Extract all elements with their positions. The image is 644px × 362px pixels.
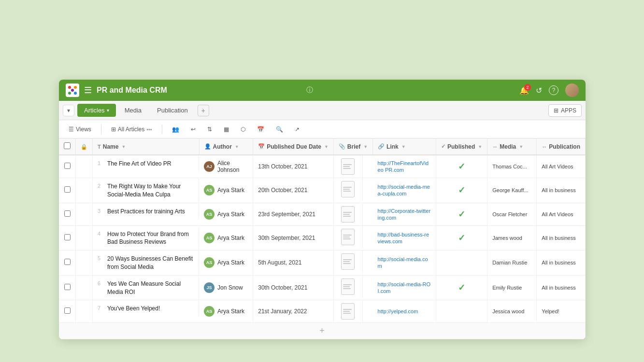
svg-point-2 <box>68 92 71 95</box>
tab-add-button[interactable]: + <box>198 105 209 116</box>
row-link-cell[interactable]: http://social-media.com <box>373 251 436 276</box>
author-name: Jon Snow <box>217 284 243 291</box>
row-checkbox-cell[interactable] <box>59 225 76 251</box>
row-link[interactable]: http://social-media-ROI.com <box>378 281 430 294</box>
row-link-cell[interactable]: http://social-media-mea-cupla.com <box>373 178 436 203</box>
row-checkbox-cell[interactable] <box>59 251 76 276</box>
row-checkbox[interactable] <box>64 307 71 314</box>
brief-line-2 <box>343 311 350 312</box>
filter-icon: ↩ <box>191 126 196 133</box>
hamburger-icon[interactable]: ☰ <box>84 85 92 96</box>
all-articles-button[interactable]: ⊞ All Articles ••• <box>107 124 156 135</box>
row-checkbox[interactable] <box>64 259 71 265</box>
row-link[interactable]: http://yelped.com <box>378 308 418 314</box>
th-published[interactable]: ✓ Published ▼ <box>436 139 487 155</box>
row-author-cell: AJ Alice Johnson <box>199 155 253 178</box>
tab-media[interactable]: Media <box>118 104 148 117</box>
row-name-cell[interactable]: 1 The Fine Art of Video PR <box>93 156 199 172</box>
row-checkbox-cell[interactable] <box>59 275 76 300</box>
collapse-button[interactable]: ▾ <box>63 105 74 116</box>
row-link-cell[interactable]: http://social-media-ROI.com <box>373 275 436 300</box>
row-checkbox-cell[interactable] <box>59 300 76 323</box>
tab-publication[interactable]: Publication <box>150 104 195 117</box>
notification-badge: 2 <box>524 84 531 91</box>
user-avatar[interactable] <box>565 84 579 97</box>
row-number: 1 <box>98 160 104 166</box>
row-name-cell[interactable]: 4 How to Protect Your Brand from Bad Bus… <box>93 226 199 251</box>
table-row[interactable]: 6 Yes We Can Measure Social Media ROI JS… <box>59 275 586 300</box>
th-author[interactable]: 👤 Author ▼ <box>199 139 253 155</box>
row-link-cell[interactable]: http://bad-business-reviews.com <box>373 225 436 251</box>
info-icon[interactable]: ⓘ <box>306 86 313 95</box>
table-row[interactable]: 3 Best Practices for training Arts AS Ar… <box>59 203 586 225</box>
search-icon: 🔍 <box>276 126 283 133</box>
row-date-cell: 23rd September, 2021 <box>253 203 334 225</box>
row-name-cell[interactable]: 6 Yes We Can Measure Social Media ROI <box>93 276 199 300</box>
row-checkbox[interactable] <box>64 163 71 169</box>
th-brief[interactable]: 📎 Brief ▼ <box>333 139 372 155</box>
row-checkbox[interactable] <box>64 284 71 290</box>
table-row[interactable]: 4 How to Protect Your Brand from Bad Bus… <box>59 225 586 251</box>
table-row[interactable]: 5 20 Ways Businesses Can Benefit from So… <box>59 251 586 276</box>
row-publication-cell: All in business <box>537 178 586 203</box>
row-brief-cell[interactable] <box>334 226 363 248</box>
row-name-cell[interactable]: 7 You've Been Yelped! <box>93 301 199 317</box>
th-media[interactable]: ↔ Media ▼ <box>487 139 537 155</box>
columns-button[interactable]: ▦ <box>220 124 233 135</box>
row-brief-cell[interactable] <box>334 276 363 298</box>
row-name-cell[interactable]: 5 20 Ways Businesses Can Benefit from So… <box>93 251 199 275</box>
row-checkbox-cell[interactable] <box>59 155 76 178</box>
table-row[interactable]: 2 The Right Way to Make Your Social-Medi… <box>59 178 586 203</box>
main-table: 🔒 T Name ▼ 👤 Author ▼ <box>59 139 586 339</box>
th-date[interactable]: 📅 Published Due Date ▼ <box>253 139 334 155</box>
row-link-cell[interactable]: http://Corporate-twittering.com <box>373 203 436 225</box>
tab-media-label: Media <box>125 107 142 114</box>
search-button[interactable]: 🔍 <box>272 124 287 135</box>
filter-button[interactable]: ↩ <box>187 124 200 135</box>
views-button[interactable]: ☰ Views <box>65 124 95 135</box>
row-published-cell: ✓ <box>436 225 487 251</box>
tab-articles[interactable]: Articles ▾ <box>77 104 116 117</box>
row-checkbox[interactable] <box>64 234 71 240</box>
row-link[interactable]: http://social-media.com <box>378 256 428 269</box>
th-published-label: Published <box>447 143 475 150</box>
select-all-checkbox[interactable] <box>64 142 71 149</box>
row-link-cell[interactable]: http://yelped.com <box>373 300 436 323</box>
row-brief-cell[interactable] <box>334 155 363 178</box>
author-name: Arya Stark <box>217 259 244 266</box>
row-name-cell[interactable]: 3 Best Practices for training Arts <box>93 204 199 220</box>
author-name: Alice Johnson <box>217 160 248 173</box>
apps-button[interactable]: ⊞ APPS <box>548 104 582 117</box>
notification-wrap[interactable]: 🔔 2 <box>519 86 529 95</box>
toolbar: ☰ Views ⊞ All Articles ••• 👥 ↩ ⇅ ▦ ⬡ 📅 🔍 <box>59 120 586 139</box>
row-brief-cell[interactable] <box>334 251 363 273</box>
row-checkbox-cell[interactable] <box>59 203 76 225</box>
row-link[interactable]: http://bad-business-reviews.com <box>378 232 429 244</box>
row-brief-cell[interactable] <box>334 203 363 225</box>
add-row[interactable]: + <box>59 323 586 339</box>
table-row[interactable]: 7 You've Been Yelped! AS Arya Stark 21st… <box>59 300 586 323</box>
row-checkbox[interactable] <box>64 186 71 193</box>
row-brief-cell[interactable] <box>334 178 363 200</box>
row-link-cell[interactable]: http://TheFineartofVideo PR.com <box>373 155 436 178</box>
th-publication[interactable]: ↔ Publication <box>537 139 586 155</box>
share-button[interactable]: ↗ <box>291 124 303 135</box>
th-checkbox[interactable] <box>59 139 76 155</box>
th-name[interactable]: T Name ▼ <box>93 139 200 155</box>
calendar-button[interactable]: 📅 <box>253 124 268 135</box>
th-link[interactable]: 🔗 Link ▼ <box>373 139 436 155</box>
row-checkbox-cell[interactable] <box>59 178 76 203</box>
sort-button[interactable]: ⇅ <box>203 124 216 135</box>
row-link[interactable]: http://TheFineartofVideo PR.com <box>378 160 429 173</box>
table-row[interactable]: 1 The Fine Art of Video PR AJ Alice John… <box>59 155 586 178</box>
row-name-cell[interactable]: 2 The Right Way to Make Your Social-Medi… <box>93 179 199 203</box>
color-button[interactable]: ⬡ <box>237 124 249 135</box>
help-icon[interactable]: ? <box>549 85 558 95</box>
add-row-cell[interactable]: + <box>59 323 586 339</box>
history-icon[interactable]: ↺ <box>536 86 542 95</box>
people-filter-button[interactable]: 👥 <box>168 124 183 135</box>
row-link[interactable]: http://Corporate-twittering.com <box>378 208 430 221</box>
row-checkbox[interactable] <box>64 210 71 217</box>
row-link[interactable]: http://social-media-mea-cupla.com <box>378 184 430 196</box>
row-brief-cell[interactable] <box>334 300 363 322</box>
